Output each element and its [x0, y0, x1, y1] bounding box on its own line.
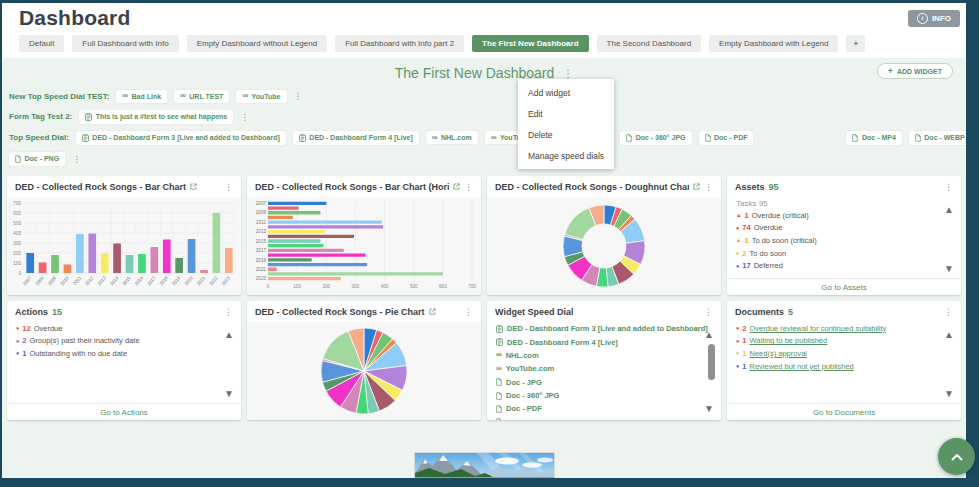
svg-text:300: 300	[13, 241, 21, 246]
widget-menu-button[interactable]: ⋮	[944, 307, 953, 317]
doc-icon	[705, 134, 711, 142]
speed-dial-chip-this-is-just-a-test-to-see-what-happens[interactable]: This is just a #test to see what happens	[79, 110, 233, 124]
go-to-link[interactable]: Go to Assets	[727, 278, 961, 295]
scroll-to-top-button[interactable]	[938, 438, 975, 475]
link-label: NHL.com	[506, 351, 539, 360]
status-item: ●2To do soon	[727, 247, 961, 260]
widget-menu-button[interactable]: ⋮	[224, 307, 233, 317]
widget-menu-button[interactable]: ⋮	[464, 182, 473, 192]
scroll-down-button[interactable]: ▼	[944, 389, 954, 399]
speed-dial-link-doc-jpg[interactable]: Doc - JPG	[487, 376, 721, 389]
open-in-new-icon[interactable]	[190, 183, 197, 190]
go-to-link[interactable]: Go to Documents	[727, 403, 961, 420]
chip-label: This is just a #test to see what happens	[96, 113, 227, 120]
tab-full-dashboard-with-info[interactable]: Full Dashboard with Info	[72, 35, 178, 52]
speed-dial-chip-nhl-com[interactable]: ∞NHL.com	[426, 131, 478, 144]
bar-2020	[268, 263, 367, 266]
svg-text:700: 700	[13, 201, 21, 206]
widget-card-assets: Assets95⋮Tasks 95▲1Overdue (critical)●74…	[727, 176, 961, 295]
status-dot-icon: ●	[16, 350, 19, 356]
link-label: Doc - JPG	[506, 378, 542, 387]
row-menu-button[interactable]: ⋮	[294, 91, 303, 101]
widget-menu-button[interactable]: ⋮	[464, 307, 473, 317]
status-text[interactable]: Reviewed but not yet published	[750, 362, 854, 371]
add-widget-button[interactable]: + ADD WIDGET	[877, 63, 953, 79]
scroll-up-button[interactable]: ▲	[704, 330, 714, 340]
menu-item-manage-speed-dials[interactable]: Manage speed dials	[518, 145, 614, 166]
speed-dial-chip-ded-dashboard-form-3-live-and-added-to-dashboard[interactable]: DED - Dashboard Form 3 [Live and added t…	[76, 131, 286, 145]
bar-2023	[268, 277, 341, 280]
bar-2021	[268, 268, 277, 271]
doc-icon	[496, 405, 502, 413]
widget-menu-button[interactable]: ⋮	[224, 182, 233, 192]
svg-text:400: 400	[381, 284, 389, 289]
status-count: 1	[742, 349, 746, 358]
form-icon	[496, 338, 503, 346]
bar-2009	[51, 255, 59, 273]
widget-menu-button[interactable]: ⋮	[704, 307, 713, 317]
scroll-up-button[interactable]: ▲	[944, 330, 954, 340]
status-text[interactable]: Overdue reviewal for continued suitabili…	[750, 324, 887, 333]
scroll-down-button[interactable]: ▼	[944, 264, 954, 274]
speed-dial-chip-doc-pdf[interactable]: Doc - PDF	[699, 131, 754, 145]
speed-dial-link-ded-dashboard-form-3-live-and-added-to-dashboard[interactable]: DED - Dashboard Form 3 [Live and added t…	[487, 322, 721, 335]
speed-dial-chip-ded-dashboard-form-4-live[interactable]: DED - Dashboard Form 4 [Live]	[293, 131, 419, 145]
open-in-new-icon[interactable]	[453, 183, 460, 190]
status-item: ●2Group(s) past their inactivity date	[7, 335, 241, 348]
tab-the-second-dashboard[interactable]: The Second Dashboard	[597, 35, 702, 52]
svg-text:2010: 2010	[59, 275, 70, 286]
info-button[interactable]: i INFO	[908, 10, 960, 27]
status-item: ●2Overdue reviewal for continued suitabi…	[727, 322, 961, 335]
status-count: 17	[742, 261, 750, 270]
speed-dial-chip-url-test[interactable]: ∞URL TEST	[174, 90, 229, 103]
bar-2023	[225, 248, 233, 273]
widget-menu-button[interactable]: ⋮	[704, 182, 713, 192]
open-in-new-icon[interactable]	[429, 308, 436, 315]
speed-dial-link-doc-pdf[interactable]: Doc - PDF	[487, 402, 721, 415]
tab-full-dashboard-with-info-part-2[interactable]: Full Dashboard with Info part 2	[335, 35, 464, 52]
scrollbar-thumb[interactable]	[708, 344, 715, 380]
speed-dial-chip-bad-link[interactable]: ∞Bad Link	[116, 90, 167, 103]
link-icon: ∞	[496, 366, 502, 372]
tab-default[interactable]: Default	[19, 35, 64, 52]
status-text[interactable]: Need(s) approval	[750, 349, 808, 358]
speed-dial-link-ded-dashboard-form-4-live[interactable]: DED - Dashboard Form 4 [Live]	[487, 335, 721, 348]
scroll-down-button[interactable]: ▼	[224, 389, 234, 399]
tab-empty-dashboard-without-legend[interactable]: Empty Dashboard without Legend	[187, 35, 328, 52]
window-frame: Dashboard i INFO DefaultFull Dashboard w…	[0, 0, 979, 487]
status-dot-icon: ●	[736, 350, 739, 356]
row-menu-button[interactable]: ⋮	[72, 154, 81, 164]
open-in-new-icon[interactable]	[693, 183, 700, 190]
bar-2013	[101, 254, 109, 274]
scroll-up-button[interactable]: ▲	[224, 330, 234, 340]
speed-dial-chip-doc-360-jpg[interactable]: Doc - 360° JPG	[620, 131, 691, 145]
row-menu-button[interactable]: ⋮	[240, 112, 249, 122]
tab-empty-dashboard-with-legend[interactable]: Empty Dashboard with Legend	[709, 35, 838, 52]
tab-the-first-new-dashboard[interactable]: The First New Dashboard	[472, 35, 588, 52]
status-count: 1	[22, 349, 26, 358]
widget-menu-button[interactable]: ⋮	[944, 182, 953, 192]
svg-text:2011: 2011	[256, 220, 266, 225]
speed-dial-chip-doc-png[interactable]: Doc - PNG	[9, 152, 65, 166]
bar-2015	[268, 239, 320, 242]
go-to-link[interactable]: Go to Actions	[7, 403, 241, 420]
menu-item-add-widget[interactable]: Add widget	[518, 82, 614, 103]
svg-text:2013: 2013	[256, 229, 267, 234]
speed-dial-link-doc-xlsx[interactable]: Doc - XLSX	[487, 416, 721, 420]
widget-count-badge: 95	[769, 182, 779, 192]
status-text[interactable]: Waiting to be published	[750, 336, 828, 345]
speed-dial-link-youtube-com[interactable]: ∞YouTube.com	[487, 362, 721, 375]
speed-dial-chip-youtube[interactable]: ∞YouTube	[236, 90, 286, 103]
scroll-down-button[interactable]: ▼	[704, 404, 714, 414]
speed-dial-link-nhl-com[interactable]: ∞NHL.com	[487, 349, 721, 362]
dashboard-menu-button[interactable]: ⋮	[563, 68, 573, 79]
add-tab-button[interactable]: +	[846, 35, 865, 52]
scroll-up-button[interactable]: ▲	[944, 205, 954, 215]
menu-item-edit[interactable]: Edit	[518, 103, 614, 124]
speed-dial-row: New Top Speed Dial TEST:∞Bad Link∞URL TE…	[7, 86, 961, 106]
speed-dial-chip-doc-webp[interactable]: Doc - WEBP	[909, 131, 966, 145]
speed-dial-link-doc-360-jpg[interactable]: Doc - 360° JPG	[487, 389, 721, 402]
svg-text:2013: 2013	[97, 275, 108, 286]
menu-item-delete[interactable]: Delete	[518, 124, 614, 145]
speed-dial-chip-doc-mp4[interactable]: Doc - MP4	[846, 131, 901, 145]
